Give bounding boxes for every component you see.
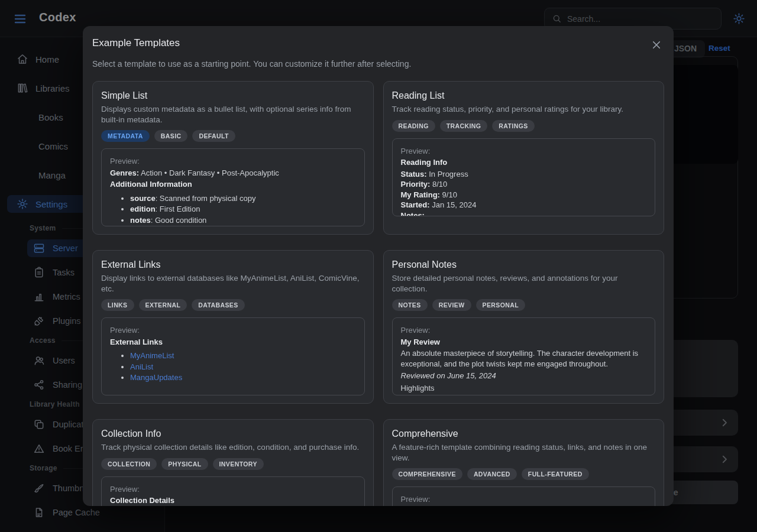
template-description: Store detailed personal notes, reviews, …	[392, 273, 656, 294]
preview-line: Priority: 8/10	[401, 179, 647, 190]
template-tags: COLLECTIONPHYSICALINVENTORY	[101, 458, 365, 470]
preview-box: Preview:My ReviewAn absolute masterpiece…	[392, 317, 656, 395]
preview-value: : First Edition	[156, 205, 200, 213]
template-grid: Simple ListDisplays custom metadata as a…	[83, 72, 674, 506]
template-description: A feature-rich template combining readin…	[392, 442, 656, 463]
tag-badge: PERSONAL	[476, 299, 526, 311]
template-tags: COMPREHENSIVEADVANCEDFULL-FEATURED	[392, 468, 656, 480]
preview-bullet: MyAnimeList	[130, 351, 356, 361]
tag-badge: RATINGS	[492, 120, 534, 132]
preview-value: 9/10	[440, 190, 457, 199]
template-title: External Links	[101, 259, 365, 270]
preview-heading: External Links	[110, 337, 356, 348]
preview-key: Priority:	[401, 180, 431, 189]
tag-badge: INVENTORY	[213, 458, 264, 470]
preview-key: Notes:	[401, 211, 425, 216]
template-description: Display links to external databases like…	[101, 273, 365, 294]
preview-key: Started:	[401, 200, 430, 209]
tag-badge: DATABASES	[192, 299, 244, 311]
dialog-title: Example Templates	[83, 26, 674, 49]
preview-line: My Rating: 9/10	[401, 190, 647, 200]
preview-label: Preview:	[401, 494, 647, 505]
preview-label: Preview:	[110, 325, 356, 336]
preview-box: Preview:Reading InfoStatus: In ProgressP…	[392, 138, 656, 216]
tag-badge: DEFAULT	[192, 130, 235, 142]
preview-bullet: AniList	[130, 362, 356, 372]
preview-bullet-list: source: Scanned from physical copyeditio…	[110, 193, 356, 226]
template-title: Personal Notes	[392, 259, 656, 270]
template-title: Reading List	[392, 90, 656, 101]
tag-badge: BASIC	[154, 130, 188, 142]
template-description: Track physical collection details like e…	[101, 442, 365, 453]
preview-line: Notes:	[401, 210, 647, 216]
preview-box: Preview:Reading StatusStatusRatingPriori…	[392, 486, 656, 506]
preview-text: Highlights	[401, 383, 647, 394]
template-card-external-links[interactable]: External LinksDisplay links to external …	[92, 250, 374, 404]
preview-bullet: edition: First Edition	[130, 204, 356, 215]
preview-heading: My Review	[401, 337, 647, 348]
template-tags: NOTESREVIEWPERSONAL	[392, 299, 656, 311]
tag-badge: LINKS	[101, 299, 134, 311]
tag-badge: REVIEW	[432, 299, 471, 311]
preview-label: Preview:	[401, 325, 647, 336]
template-card-collection-info[interactable]: Collection InfoTrack physical collection…	[92, 419, 374, 506]
tag-badge: METADATA	[101, 130, 150, 142]
template-card-simple-list[interactable]: Simple ListDisplays custom metadata as a…	[92, 81, 374, 235]
template-description: Track reading status, priority, and pers…	[392, 104, 656, 115]
template-card-comprehensive[interactable]: ComprehensiveA feature-rich template com…	[383, 419, 665, 506]
preview-key: edition	[130, 205, 156, 213]
tag-badge: COLLECTION	[101, 458, 157, 470]
preview-heading: Collection Details	[110, 495, 356, 506]
preview-line: Genres: Action • Dark Fantasy • Post-Apo…	[110, 168, 356, 179]
template-card-reading-list[interactable]: Reading ListTrack reading status, priori…	[383, 81, 665, 235]
preview-link[interactable]: AniList	[130, 362, 153, 371]
tag-badge: NOTES	[392, 299, 428, 311]
tag-badge: READING	[392, 120, 435, 132]
preview-paragraph: An absolute masterpiece of storytelling.…	[401, 348, 647, 369]
preview-line: Started: Jan 15, 2024	[401, 200, 647, 210]
template-title: Simple List	[101, 90, 365, 101]
preview-value: Jan 15, 2024	[430, 200, 477, 209]
template-card-personal-notes[interactable]: Personal NotesStore detailed personal no…	[383, 250, 665, 404]
example-templates-dialog: Example Templates Select a template to u…	[83, 26, 674, 506]
preview-value: 8/10	[430, 180, 447, 189]
preview-box: Preview:External LinksMyAnimeListAniList…	[101, 317, 365, 395]
preview-key: Status:	[401, 170, 427, 179]
preview-key: notes	[130, 216, 151, 225]
preview-bullet-list: MyAnimeListAniListMangaUpdates	[110, 351, 356, 383]
preview-line: Status: In Progress	[401, 169, 647, 180]
preview-key: source	[130, 194, 156, 203]
tag-badge: ADVANCED	[467, 468, 517, 480]
preview-box: Preview:Collection DetailsFormat: Hardco…	[101, 476, 365, 506]
tag-badge: TRACKING	[440, 120, 488, 132]
preview-label: Preview:	[401, 146, 647, 157]
preview-heading: Reading Info	[401, 157, 647, 168]
preview-box: Preview:Genres: Action • Dark Fantasy • …	[101, 148, 365, 226]
template-title: Comprehensive	[392, 429, 656, 439]
tag-badge: PHYSICAL	[161, 458, 208, 470]
template-tags: READINGTRACKINGRATINGS	[392, 120, 656, 132]
preview-bullet: source: Scanned from physical copy	[130, 193, 356, 204]
preview-value: In Progress	[427, 170, 468, 179]
tag-badge: COMPREHENSIVE	[392, 468, 462, 480]
preview-link[interactable]: MangaUpdates	[130, 373, 182, 382]
preview-value: : Scanned from physical copy	[156, 194, 256, 203]
template-tags: METADATABASICDEFAULT	[101, 130, 365, 142]
preview-bullet: MangaUpdates	[130, 372, 356, 383]
preview-label: Preview:	[110, 156, 356, 167]
preview-link[interactable]: MyAnimeList	[130, 351, 174, 360]
template-description: Displays custom metadata as a bullet lis…	[101, 104, 365, 125]
preview-value: : Good condition	[151, 216, 207, 225]
dialog-subtitle: Select a template to use as a starting p…	[92, 59, 664, 69]
preview-italic: Reviewed on June 15, 2024	[401, 371, 647, 381]
tag-badge: FULL-FEATURED	[522, 468, 589, 480]
preview-key: My Rating:	[401, 190, 440, 199]
template-title: Collection Info	[101, 429, 365, 439]
template-tags: LINKSEXTERNALDATABASES	[101, 299, 365, 311]
tag-badge: EXTERNAL	[139, 299, 187, 311]
preview-heading: Additional Information	[110, 179, 356, 190]
close-icon[interactable]	[651, 40, 662, 50]
preview-value: Action • Dark Fantasy • Post-Apocalyptic	[139, 168, 279, 177]
preview-key: Genres:	[110, 168, 139, 177]
preview-label: Preview:	[110, 484, 356, 495]
